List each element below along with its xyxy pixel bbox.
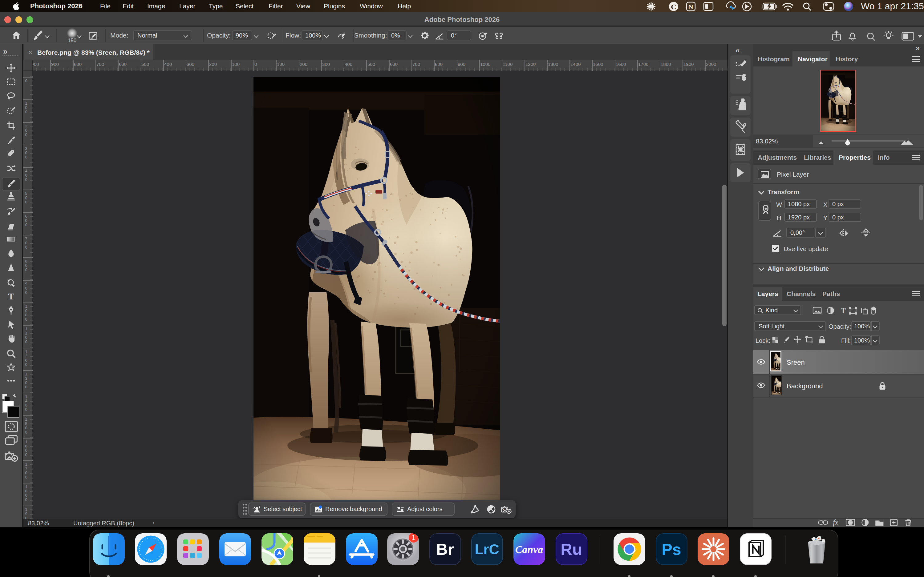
svg-text:T: T bbox=[841, 306, 846, 315]
svg-text:Ps: Ps bbox=[662, 540, 681, 558]
svg-text:1: 1 bbox=[412, 533, 416, 542]
svg-text:fx: fx bbox=[833, 518, 838, 527]
svg-text:LrC: LrC bbox=[475, 541, 499, 557]
svg-text:C: C bbox=[671, 3, 676, 11]
svg-text:Br: Br bbox=[436, 540, 454, 558]
svg-text:Canva: Canva bbox=[515, 544, 543, 555]
svg-text:Ru: Ru bbox=[561, 540, 582, 558]
svg-text:N: N bbox=[688, 3, 693, 11]
svg-text:T: T bbox=[8, 292, 14, 301]
